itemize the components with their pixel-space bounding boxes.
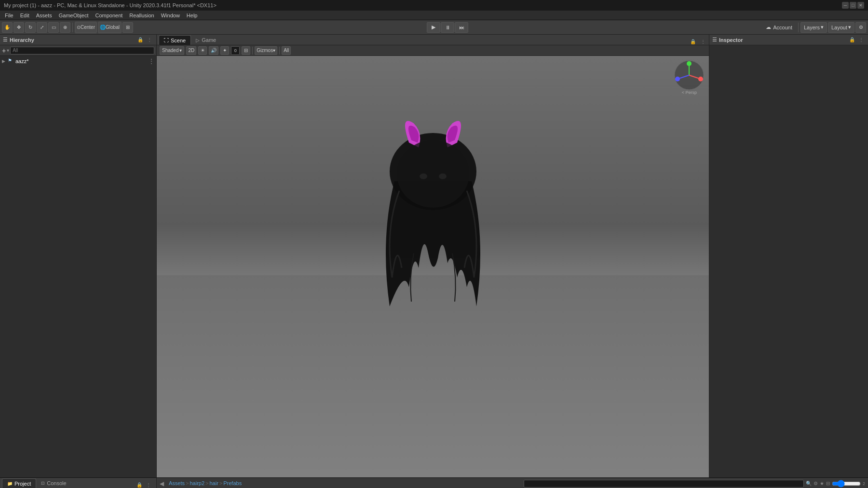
- scene-lock[interactable]: 🔒: [689, 39, 697, 45]
- shading-dropdown[interactable]: Shaded ▾: [160, 46, 184, 55]
- close-button[interactable]: ✕: [857, 2, 864, 9]
- project-panel-controls: 🔒 ⋮: [133, 482, 154, 488]
- project-search[interactable]: [524, 480, 804, 488]
- hierarchy-more[interactable]: ⋮: [146, 37, 153, 43]
- breadcrumb-hair[interactable]: hair: [209, 480, 218, 486]
- breadcrumb-hairp2[interactable]: hairp2: [190, 480, 204, 486]
- svg-text:Z: Z: [676, 78, 678, 81]
- zoom-slider[interactable]: [832, 480, 861, 488]
- console-tab[interactable]: ⊡ Console: [36, 478, 71, 488]
- hierarchy-add-btn[interactable]: +: [2, 47, 6, 54]
- project-more[interactable]: ⋮: [145, 482, 152, 488]
- pivot-group: ⊙ Center: [75, 22, 97, 33]
- slider-icon: ⊟: [826, 481, 830, 486]
- hierarchy-header-controls: 🔒 ⋮: [136, 37, 153, 43]
- back-arrow[interactable]: ◀: [160, 480, 164, 487]
- rotate-tool[interactable]: ↻: [25, 22, 36, 33]
- rect-tool[interactable]: ▭: [48, 22, 59, 33]
- inspector-header-controls: 🔒 ⋮: [848, 37, 865, 43]
- scene-controls-bar: Shaded ▾ 2D ☀ 🔊 ✦ 0 ⊟ Gizmos ▾ All: [157, 45, 709, 56]
- maximize-button[interactable]: □: [850, 2, 856, 9]
- stats-btn[interactable]: 0: [231, 46, 240, 55]
- scene-options[interactable]: ⋮: [147, 58, 156, 65]
- account-area[interactable]: ☁ Account: [762, 24, 796, 30]
- scene-more[interactable]: ⋮: [699, 39, 707, 45]
- grid-btn[interactable]: ⊟: [242, 46, 250, 55]
- hierarchy-content: ▶ ⚑ aazz* ⋮: [0, 56, 156, 477]
- menu-reallusion[interactable]: Reallusion: [126, 12, 157, 19]
- scale-tool[interactable]: ⤢: [37, 22, 47, 33]
- window-title: My project (1) - aazz - PC, Mac & Linux …: [4, 2, 842, 8]
- cloud-icon: ☁: [766, 24, 771, 30]
- shading-label: Shaded: [162, 48, 178, 53]
- scene-icon: ⚑: [8, 58, 14, 65]
- center-pivot-button[interactable]: ⊙ Center: [75, 22, 96, 33]
- gizmos-arrow: ▾: [273, 48, 275, 53]
- layout-dropdown[interactable]: Layout ▾: [828, 22, 854, 33]
- inspector-title: Inspector: [719, 37, 743, 43]
- game-tab[interactable]: ▷ Game: [191, 35, 221, 45]
- inspector-panel: ☰ Inspector 🔒 ⋮: [709, 35, 868, 477]
- transform-group: 🌐 Global: [98, 22, 122, 33]
- fx-btn[interactable]: ✦: [220, 46, 229, 55]
- hierarchy-header: ☰ Hierarchy 🔒 ⋮: [0, 35, 156, 45]
- menu-component[interactable]: Component: [92, 12, 125, 19]
- collab-button[interactable]: ⚙: [855, 22, 866, 33]
- inspector-lock[interactable]: 🔒: [848, 37, 856, 43]
- menu-file[interactable]: File: [2, 12, 16, 19]
- hand-tool[interactable]: ✋: [2, 22, 13, 33]
- scene-ctrl-sep: [252, 47, 253, 54]
- breadcrumb-sep-3: >: [219, 480, 222, 486]
- hierarchy-search[interactable]: [10, 47, 154, 54]
- breadcrumb-assets[interactable]: Assets: [169, 480, 185, 486]
- lighting-btn[interactable]: ☀: [198, 46, 207, 55]
- global-transform-button[interactable]: 🌐 Global: [98, 22, 121, 33]
- inspector-more[interactable]: ⋮: [857, 37, 865, 43]
- scene-tab-icon: ⛶: [164, 38, 169, 43]
- star-icon[interactable]: ★: [820, 481, 824, 486]
- menu-edit[interactable]: Edit: [17, 12, 32, 19]
- breadcrumb-sep-1: >: [186, 480, 189, 486]
- menu-gameobject[interactable]: GameObject: [56, 12, 92, 19]
- console-tab-icon: ⊡: [41, 481, 45, 486]
- hierarchy-title: Hierarchy: [10, 37, 34, 43]
- project-top-bar: ◀ Assets > hairp2 > hair > Prefabs 🔍 ⚙ ★…: [157, 478, 868, 488]
- project-lock[interactable]: 🔒: [135, 482, 144, 488]
- breadcrumb-prefabs[interactable]: Prefabs: [223, 480, 242, 486]
- menu-help[interactable]: Help: [184, 12, 201, 19]
- hierarchy-lock[interactable]: 🔒: [136, 37, 145, 43]
- console-tab-label: Console: [47, 480, 66, 486]
- window-controls[interactable]: ─ □ ✕: [842, 2, 864, 9]
- play-button[interactable]: ▶: [427, 22, 440, 33]
- menu-bar: File Edit Assets GameObject Component Re…: [0, 11, 868, 20]
- minimize-button[interactable]: ─: [842, 2, 849, 9]
- filter-icon[interactable]: ⚙: [814, 481, 818, 486]
- inspector-header: ☰ Inspector 🔒 ⋮: [709, 35, 868, 45]
- multi-tool[interactable]: ⊕: [60, 22, 70, 33]
- layers-dropdown[interactable]: Layers ▾: [800, 22, 827, 33]
- project-files-area: ◀ Assets > hairp2 > hair > Prefabs 🔍 ⚙ ★…: [157, 478, 868, 488]
- all-layers-btn[interactable]: All: [282, 46, 291, 55]
- search-icon: 🔍: [806, 481, 812, 486]
- audio-btn[interactable]: 🔊: [209, 46, 218, 55]
- snap-button[interactable]: ⊞: [122, 22, 133, 33]
- menu-window[interactable]: Window: [158, 12, 183, 19]
- scene-ctrl-sep-2: [279, 47, 280, 54]
- gizmos-btn[interactable]: Gizmos ▾: [255, 46, 277, 55]
- viewport-gizmo[interactable]: Y X Z < Persp: [674, 60, 705, 91]
- move-tool[interactable]: ✥: [14, 22, 24, 33]
- hierarchy-panel: ☰ Hierarchy 🔒 ⋮ + ▾ ▶ ⚑ aazz* ⋮: [0, 35, 157, 477]
- scene-tab[interactable]: ⛶ Scene: [159, 35, 191, 45]
- hierarchy-scene-item[interactable]: ▶ ⚑ aazz* ⋮: [0, 57, 156, 66]
- inspector-content: [709, 45, 868, 477]
- menu-assets[interactable]: Assets: [33, 12, 55, 19]
- step-button[interactable]: ⏭: [455, 22, 468, 33]
- pause-button[interactable]: ⏸: [441, 22, 454, 33]
- slider-value: 2: [863, 481, 865, 486]
- scene-viewport[interactable]: Y X Z < Persp: [157, 56, 709, 477]
- 2d-toggle[interactable]: 2D: [186, 46, 196, 55]
- layers-arrow: ▾: [821, 24, 824, 30]
- project-tab[interactable]: 📁 Project: [2, 478, 36, 488]
- hair-model-svg: [356, 85, 510, 316]
- hierarchy-add-arrow[interactable]: ▾: [7, 48, 9, 53]
